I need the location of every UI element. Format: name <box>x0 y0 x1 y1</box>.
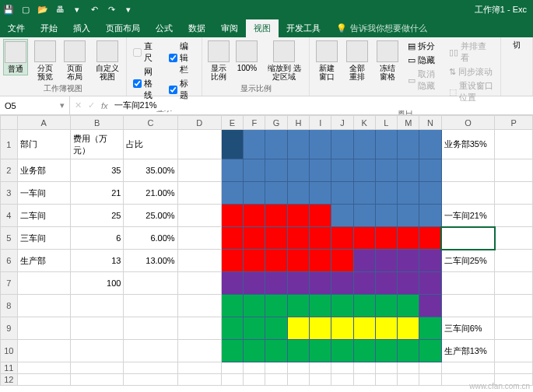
cell-H4[interactable] <box>287 205 309 227</box>
col-header-G[interactable]: G <box>265 116 287 130</box>
cell-L2[interactable] <box>375 159 397 182</box>
col-header-K[interactable]: K <box>353 116 375 130</box>
cell-E8[interactable] <box>221 295 243 317</box>
cell-C10[interactable] <box>124 340 177 362</box>
cell-L1[interactable] <box>375 130 397 159</box>
cell-N8[interactable] <box>419 295 441 317</box>
cell-F12[interactable] <box>244 374 265 386</box>
tab-view[interactable]: 视图 <box>246 19 279 37</box>
cell-B2[interactable]: 35 <box>70 159 124 182</box>
cell-D7[interactable] <box>177 272 221 295</box>
cell-E10[interactable] <box>221 340 243 362</box>
col-header-E[interactable]: E <box>221 116 243 130</box>
cell-E2[interactable] <box>221 159 243 182</box>
cell-M9[interactable] <box>398 317 419 340</box>
cell-P6[interactable] <box>495 250 533 272</box>
cell-B1[interactable]: 费用（万元） <box>70 130 124 159</box>
cell-J5[interactable] <box>331 227 353 250</box>
cell-P11[interactable] <box>495 362 533 374</box>
cell-P2[interactable] <box>495 159 533 182</box>
cell-E12[interactable] <box>221 374 243 386</box>
cell-E3[interactable] <box>221 182 243 205</box>
cell-F10[interactable] <box>244 340 265 362</box>
formula-input[interactable] <box>114 101 528 110</box>
cell-E11[interactable] <box>221 362 243 374</box>
cell-P7[interactable] <box>495 272 533 295</box>
cell-I6[interactable] <box>310 250 331 272</box>
cell-F2[interactable] <box>244 159 265 182</box>
zoom-button[interactable]: 显示比例 <box>205 39 231 82</box>
cell-D8[interactable] <box>177 295 221 317</box>
cell-N5[interactable] <box>419 227 441 250</box>
cell-I1[interactable] <box>310 130 331 159</box>
tab-insert[interactable]: 插入 <box>65 19 98 37</box>
cell-C1[interactable]: 占比 <box>124 130 177 159</box>
cell-G1[interactable] <box>265 130 287 159</box>
cell-N2[interactable] <box>419 159 441 182</box>
cell-K1[interactable] <box>353 130 375 159</box>
cell-K10[interactable] <box>353 340 375 362</box>
cell-G6[interactable] <box>265 250 287 272</box>
cell-O1[interactable]: 业务部35% <box>441 130 495 159</box>
touch-icon[interactable]: ▾ <box>72 4 82 15</box>
formula-bar-checkbox[interactable]: 编辑栏 <box>169 40 195 75</box>
cell-O7[interactable] <box>441 272 495 295</box>
cell-C4[interactable]: 25.00% <box>124 205 177 227</box>
name-box[interactable]: ▾ <box>0 96 70 114</box>
cell-P8[interactable] <box>495 295 533 317</box>
cell-H3[interactable] <box>287 182 309 205</box>
cell-L10[interactable] <box>375 340 397 362</box>
cell-G11[interactable] <box>265 362 287 374</box>
cell-M1[interactable] <box>398 130 419 159</box>
cell-I12[interactable] <box>310 374 331 386</box>
cell-M6[interactable] <box>398 250 419 272</box>
cell-I11[interactable] <box>310 362 331 374</box>
cell-A8[interactable] <box>17 295 70 317</box>
row-header-9[interactable]: 9 <box>1 317 18 340</box>
cell-C11[interactable] <box>124 362 177 374</box>
cell-A4[interactable]: 二车间 <box>17 205 70 227</box>
split-button[interactable]: ▤拆分 <box>408 40 440 52</box>
cell-M11[interactable] <box>398 362 419 374</box>
cell-D12[interactable] <box>177 374 221 386</box>
cell-N12[interactable] <box>419 374 441 386</box>
col-header-P[interactable]: P <box>495 116 533 130</box>
cell-C5[interactable]: 6.00% <box>124 227 177 250</box>
freeze-panes-button[interactable]: 冻结窗格 <box>374 39 402 82</box>
row-header-10[interactable]: 10 <box>1 340 18 362</box>
zoom-100-button[interactable]: 100% <box>234 39 259 74</box>
cell-L5[interactable] <box>375 227 397 250</box>
cell-O6[interactable]: 二车间25% <box>441 250 495 272</box>
cell-D5[interactable] <box>177 227 221 250</box>
cell-H2[interactable] <box>287 159 309 182</box>
cell-D4[interactable] <box>177 205 221 227</box>
cell-H8[interactable] <box>287 295 309 317</box>
cell-B8[interactable] <box>70 295 124 317</box>
cell-L6[interactable] <box>375 250 397 272</box>
cell-P4[interactable] <box>495 205 533 227</box>
cell-O9[interactable]: 三车间6% <box>441 317 495 340</box>
row-header-8[interactable]: 8 <box>1 295 18 317</box>
cell-I2[interactable] <box>310 159 331 182</box>
fx-icon[interactable]: fx <box>101 101 108 110</box>
cell-K4[interactable] <box>353 205 375 227</box>
unhide-button[interactable]: ▭取消隐藏 <box>408 68 440 92</box>
cell-D2[interactable] <box>177 159 221 182</box>
cancel-icon[interactable]: ✕ <box>75 100 82 110</box>
cell-A1[interactable]: 部门 <box>17 130 70 159</box>
tab-home[interactable]: 开始 <box>33 19 65 37</box>
cell-F4[interactable] <box>244 205 265 227</box>
cell-N4[interactable] <box>419 205 441 227</box>
cell-H10[interactable] <box>287 340 309 362</box>
cell-J8[interactable] <box>331 295 353 317</box>
cell-F3[interactable] <box>244 182 265 205</box>
cell-F6[interactable] <box>244 250 265 272</box>
tab-review[interactable]: 审阅 <box>213 19 246 37</box>
hide-button[interactable]: ▭隐藏 <box>408 54 440 66</box>
cell-C3[interactable]: 21.00% <box>124 182 177 205</box>
cell-G5[interactable] <box>265 227 287 250</box>
cell-M5[interactable] <box>398 227 419 250</box>
row-header-11[interactable]: 11 <box>1 362 18 374</box>
cell-N10[interactable] <box>419 340 441 362</box>
cell-C2[interactable]: 35.00% <box>124 159 177 182</box>
